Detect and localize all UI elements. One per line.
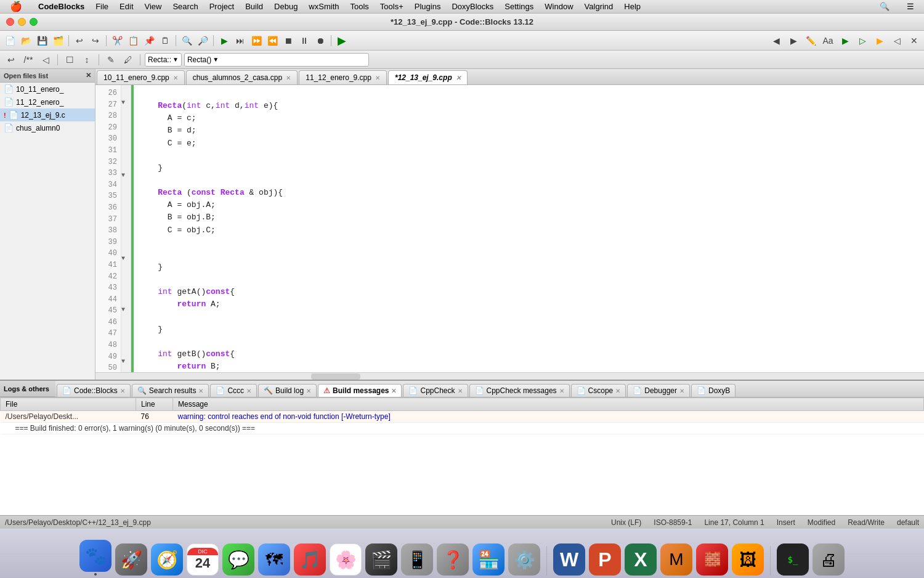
menu-project[interactable]: Project (205, 1, 239, 12)
sidebar-close-icon[interactable]: ✕ (86, 71, 91, 79)
bottom-tab-close-8[interactable]: ✕ (679, 388, 684, 394)
menu-help[interactable]: Help (619, 1, 646, 12)
continue-button[interactable]: ⏺ (313, 34, 328, 47)
bottom-tab-close-2[interactable]: ✕ (246, 388, 251, 394)
redo-button[interactable]: ↪ (88, 34, 103, 47)
dock-preview[interactable]: 🖼 (732, 543, 764, 576)
editor-tab-1[interactable]: chus_alumnos_2_casa.cpp ✕ (186, 70, 298, 84)
log-row-0[interactable]: /Users/Pelayo/Deskt... 76 warning: contr… (1, 411, 924, 423)
tab-close-1[interactable]: ✕ (286, 75, 291, 81)
toolbar2-btn2[interactable]: /** (21, 53, 36, 67)
toolbar2-btn4[interactable]: ☐ (62, 53, 77, 67)
minimize-button[interactable] (18, 18, 26, 26)
menu-build[interactable]: Build (240, 1, 268, 12)
step-button[interactable]: ⏭ (233, 34, 248, 47)
dock-powerpoint[interactable]: P (589, 543, 621, 576)
undo-button[interactable]: ↩ (72, 34, 87, 47)
editor-tab-2[interactable]: 11_12_enero_9.cpp ✕ (299, 70, 387, 84)
bottom-tab-close-6[interactable]: ✕ (559, 388, 564, 394)
forward-button[interactable]: ✕ (907, 34, 922, 47)
dock-unknown[interactable]: ❓ (437, 543, 469, 576)
bottom-tab-close-7[interactable]: ✕ (615, 388, 620, 394)
menu-debug[interactable]: Debug (269, 1, 302, 12)
paste-button[interactable]: 📌 (142, 34, 156, 47)
spotlight-icon[interactable]: 🔍 (875, 1, 894, 12)
dock-word[interactable]: W (553, 543, 585, 576)
bottom-tab-close-4[interactable]: ✕ (391, 388, 396, 394)
col-line-header[interactable]: Line (136, 398, 173, 411)
dock-codeblocks[interactable]: 🧱 (696, 543, 728, 576)
sidebar-item-3[interactable]: 📄 chus_alumn0 (0, 121, 95, 134)
code-content[interactable]: Recta(int c,int d,int e){ A = c; B = d; … (134, 85, 924, 372)
copy-button[interactable]: 📋 (126, 34, 140, 47)
toolbar2-btn3[interactable]: ◁ (38, 53, 53, 67)
col-msg-header[interactable]: Message (173, 398, 924, 411)
tab-close-0[interactable]: ✕ (173, 75, 178, 81)
bottom-tab-close-1[interactable]: ✕ (198, 388, 203, 394)
maximize-button[interactable] (30, 18, 38, 26)
bottom-tab-close-5[interactable]: ✕ (458, 388, 463, 394)
sidebar-item-2[interactable]: ! 📄 12_13_ej_9.c (0, 108, 95, 121)
dock-maps[interactable]: 🗺 (258, 543, 290, 576)
menu-window[interactable]: Window (540, 1, 578, 12)
dock-messages[interactable]: 💬 (222, 543, 254, 576)
menu-doxyblocks[interactable]: DoxyBlocks (447, 1, 498, 12)
bottom-tab-2[interactable]: 📄 Cccc ✕ (210, 384, 257, 397)
dock-calendar[interactable]: DIC 24 (187, 543, 219, 576)
find-plus-button[interactable]: 🔎 (195, 34, 210, 47)
toolbar2-btn7[interactable]: 🖊 (121, 53, 136, 67)
bottom-tab-6[interactable]: 📄 CppCheck messages ✕ (469, 384, 570, 397)
toolbar2-btn5[interactable]: ↕ (79, 53, 94, 67)
menu-settings[interactable]: Settings (500, 1, 538, 12)
dock-appstore[interactable]: 🏪 (472, 543, 505, 576)
menu-codeblocks[interactable]: CodeBlocks (33, 1, 89, 12)
dock-print[interactable]: 🖨 (813, 543, 845, 576)
step-out-button[interactable]: ⏪ (265, 34, 280, 47)
bottom-tab-5[interactable]: 📄 CppCheck ✕ (403, 384, 468, 397)
menu-tools-plus[interactable]: Tools+ (375, 1, 408, 12)
toolbar2-btn1[interactable]: ↩ (4, 53, 18, 67)
menu-tools[interactable]: Tools (345, 1, 373, 12)
close-button[interactable] (6, 18, 14, 26)
col-file-header[interactable]: File (1, 398, 136, 411)
bottom-tab-8[interactable]: 📄 Debugger ✕ (627, 384, 690, 397)
find-button[interactable]: 🔍 (179, 34, 194, 47)
list-icon[interactable]: ☰ (902, 1, 919, 12)
pause-button[interactable]: ⏸ (297, 34, 312, 47)
class-selector[interactable]: Recta:: ▼ (145, 53, 182, 67)
toolbar2-btn6[interactable]: ✎ (103, 53, 118, 67)
dock-terminal[interactable]: $_ (777, 543, 809, 576)
dock-excel[interactable]: X (625, 543, 657, 576)
dock-launchpad[interactable]: 🚀 (115, 543, 147, 576)
apple-menu[interactable]: 🍎 (5, 0, 27, 14)
bottom-tab-4[interactable]: ⚠ Build messages ✕ (318, 384, 402, 397)
back-button[interactable]: ◁ (890, 34, 904, 47)
tab-close-2[interactable]: ✕ (375, 75, 380, 81)
dock-simulator[interactable]: 📱 (401, 543, 433, 576)
new-file-button[interactable]: 📄 (2, 34, 17, 47)
toolbar-right-btn2[interactable]: ▶ (786, 34, 801, 47)
menu-valgrind[interactable]: Valgrind (580, 1, 618, 12)
editor-tab-0[interactable]: 10_11_enero_9.cpp ✕ (97, 70, 185, 84)
save-all-button[interactable]: 🗂️ (51, 34, 65, 47)
highlight-button[interactable]: ✏️ (803, 34, 818, 47)
menu-view[interactable]: View (140, 1, 167, 12)
horizontal-scrollbar[interactable] (95, 372, 924, 380)
run-button[interactable]: ▶ (217, 34, 232, 47)
format-button[interactable]: Aa (821, 34, 835, 47)
stop-button[interactable]: ⏹ (281, 34, 296, 47)
debug-button[interactable]: ▷ (855, 34, 870, 47)
tab-close-3[interactable]: ✕ (456, 75, 461, 81)
open-file-button[interactable]: 📂 (18, 34, 33, 47)
dock-settings[interactable]: ⚙️ (508, 543, 540, 576)
bottom-tab-1[interactable]: 🔍 Search results ✕ (132, 384, 209, 397)
bottom-tab-9[interactable]: 📄 DoxyB (691, 384, 736, 397)
cut-button[interactable]: ✂️ (110, 34, 124, 47)
menu-plugins[interactable]: Plugins (410, 1, 446, 12)
bottom-tab-7[interactable]: 📄 Cscope ✕ (571, 384, 626, 397)
step-into-button[interactable]: ⏩ (249, 34, 264, 47)
bottom-tab-3[interactable]: 🔨 Build log ✕ (258, 384, 317, 397)
run-green-button[interactable]: ▶ (838, 34, 853, 47)
build-run-button[interactable]: ▶ (334, 34, 349, 47)
code-editor[interactable]: 2627282930 3132333435 3637383940 4142434… (95, 85, 924, 372)
